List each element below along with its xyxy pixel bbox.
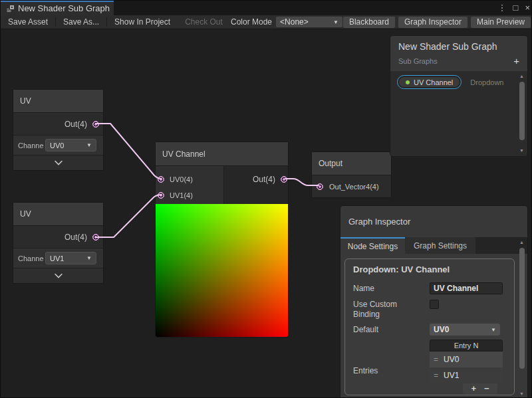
remove-entry-button[interactable]: − [484, 384, 489, 393]
chevron-down-icon: ▼ [86, 255, 92, 261]
collapse-preview-chevron[interactable] [13, 155, 103, 170]
output-ports-column: Out(4) [224, 166, 288, 204]
scroll-up-icon[interactable]: ▲ [519, 239, 524, 246]
port-row: UV0(4) [156, 171, 223, 187]
graph-inspector-title[interactable]: Graph Inspector [340, 206, 527, 237]
name-label: Name [353, 282, 430, 294]
node-title[interactable]: Output [312, 152, 391, 175]
scroll-up-icon[interactable]: ▲ [519, 73, 524, 80]
settings-box-title: Dropdown: UV Channel [353, 264, 506, 274]
input-port-uv1[interactable] [157, 191, 165, 199]
use-custom-binding-checkbox[interactable] [430, 300, 439, 309]
output-port[interactable] [92, 120, 100, 128]
default-dropdown[interactable]: UV0 ▼ [430, 324, 500, 336]
close-icon[interactable]: × [525, 1, 530, 15]
show-in-project-button[interactable]: Show In Project [107, 15, 178, 29]
channel-dropdown[interactable]: UV1 ▼ [45, 252, 96, 264]
chevron-down-icon: ▼ [86, 142, 92, 148]
blackboard-panel: New Shader Sub Graph Sub Graphs + UV Cha… [390, 35, 528, 157]
chevron-down-icon: ▼ [491, 327, 496, 333]
entry-row-uv1[interactable]: = UV1 [430, 367, 503, 383]
scroll-down-icon[interactable]: ▼ [519, 391, 524, 397]
color-mode-dropdown[interactable]: <None> ▼ [276, 17, 342, 27]
graph-inspector-toggle-button[interactable]: Graph Inspector [398, 17, 467, 28]
channel-value: UV0 [50, 142, 64, 149]
blackboard-subtitle: Sub Graphs [398, 57, 438, 65]
entries-row: Entries Entry N = UV0 = UV1 + [353, 340, 506, 394]
toolbar: Save Asset Save As... Show In Project Ch… [1, 15, 532, 29]
tab-node-settings[interactable]: Node Settings [340, 237, 405, 254]
port-row: UV1(4) [156, 187, 223, 203]
channel-value: UV1 [50, 254, 64, 262]
default-row: Default UV0 ▼ [353, 324, 506, 336]
blackboard-scrollbar[interactable]: ▲ ▼ [517, 73, 526, 154]
scrollbar-thumb[interactable] [519, 248, 525, 369]
inspector-tabs: Node Settings Graph Settings [340, 237, 527, 254]
scroll-down-icon[interactable]: ▼ [519, 148, 524, 154]
tab-new-shader-sub-graph[interactable]: New Shader Sub Graph [1, 1, 114, 15]
entries-footer: + − [463, 383, 497, 394]
port-label-out-vector4: Out_Vector4(4) [329, 183, 379, 191]
collapse-preview-chevron[interactable] [13, 268, 103, 283]
uv-preview-green-layer [156, 204, 288, 337]
inspector-content: Dropdown: UV Channel Name Use Custom Bin… [340, 254, 527, 398]
output-port[interactable] [92, 233, 100, 241]
save-asset-button[interactable]: Save Asset [1, 15, 55, 29]
name-row: Name [353, 282, 506, 294]
input-port-out-vector4[interactable] [316, 183, 324, 191]
default-label: Default [353, 324, 430, 335]
node-uv-bottom[interactable]: UV Out(4) Channe UV1 ▼ [13, 202, 104, 284]
inspector-scrollbar[interactable]: ▲ ▼ [517, 239, 526, 397]
maximize-icon[interactable]: □ [513, 1, 519, 15]
input-ports-column: UV0(4) UV1(4) [156, 166, 224, 204]
shader-graph-window: New Shader Sub Graph ⋮ □ × Save Asset Sa… [0, 0, 532, 398]
uv-preview [156, 204, 288, 337]
window-controls: ⋮ □ × [498, 1, 530, 15]
entries-list: Entry N = UV0 = UV1 + − [430, 340, 503, 394]
blackboard-title: New Shader Sub Graph [398, 41, 519, 52]
default-value: UV0 [434, 325, 449, 334]
chevron-down-icon [54, 273, 63, 278]
toolbar-right-group: Blackboard Graph Inspector Main Preview [343, 15, 531, 29]
blackboard-header[interactable]: New Shader Sub Graph Sub Graphs + [390, 36, 527, 71]
color-mode-label: Color Mode [231, 17, 272, 27]
output-port[interactable] [280, 175, 288, 183]
blackboard-toggle-button[interactable]: Blackboard [343, 17, 395, 28]
entry-row-uv0[interactable]: = UV0 [430, 351, 503, 367]
node-uv-channel[interactable]: UV Channel UV0(4) UV1(4) Out(4) [155, 142, 289, 338]
node-title[interactable]: UV [13, 203, 103, 226]
property-pill-uv-channel[interactable]: UV Channel [398, 76, 460, 88]
active-tab-accent [1, 1, 114, 2]
node-uv-top[interactable]: UV Out(4) Channe UV0 ▼ [13, 89, 104, 171]
add-property-button[interactable]: + [513, 55, 519, 66]
save-as-button[interactable]: Save As... [56, 15, 106, 29]
dropdown-settings-box: Dropdown: UV Channel Name Use Custom Bin… [344, 258, 515, 395]
color-mode-value: <None> [280, 17, 309, 27]
drag-handle-icon[interactable]: = [434, 371, 438, 380]
main-preview-toggle-button[interactable]: Main Preview [471, 17, 531, 28]
property-name: UV Channel [414, 78, 453, 86]
node-title[interactable]: UV [13, 90, 103, 113]
tab-graph-settings[interactable]: Graph Settings [405, 237, 475, 254]
use-custom-binding-row: Use Custom Binding [353, 298, 506, 320]
channel-control-row: Channe UV1 ▼ [13, 249, 103, 268]
entry-value: UV0 [444, 355, 459, 364]
entries-label: Entries [353, 340, 430, 376]
scrollbar-thumb[interactable] [519, 82, 525, 140]
add-entry-button[interactable]: + [471, 384, 476, 393]
node-output[interactable]: Output Out_Vector4(4) [311, 151, 392, 198]
port-row: Out(4) [224, 171, 288, 187]
channel-dropdown[interactable]: UV0 ▼ [45, 139, 96, 151]
node-body: UV0(4) UV1(4) Out(4) [156, 166, 288, 204]
entry-value: UV1 [444, 371, 459, 380]
input-port-uv0[interactable] [157, 175, 165, 183]
subgraph-icon [6, 5, 15, 13]
edge-uv1-to-uvchannel[interactable] [96, 195, 162, 237]
drag-handle-icon[interactable]: = [434, 355, 438, 364]
channel-control-row: Channe UV0 ▼ [13, 136, 103, 155]
name-field[interactable] [430, 282, 503, 294]
edge-uv0-to-uvchannel[interactable] [96, 124, 162, 179]
channel-label: Channe [18, 254, 45, 262]
node-title[interactable]: UV Channel [156, 142, 288, 166]
menu-dots-icon[interactable]: ⋮ [498, 1, 507, 15]
